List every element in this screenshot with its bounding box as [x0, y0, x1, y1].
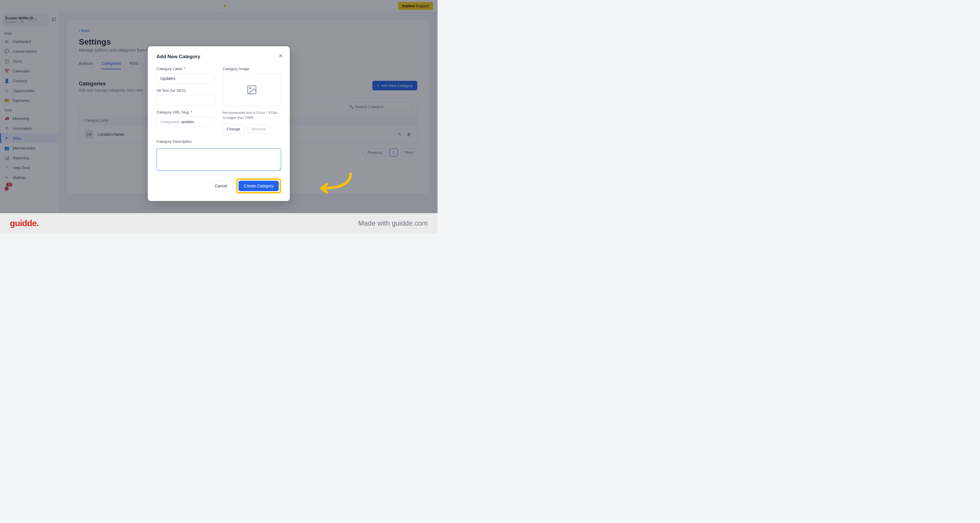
alt-text-input[interactable]	[156, 95, 215, 105]
image-note: Recommended size is 512px * 512px no big…	[223, 110, 281, 120]
highlight-annotation: Create Category	[236, 178, 281, 193]
svg-point-3	[250, 87, 251, 89]
label-field-label: Category Label *	[156, 67, 215, 71]
image-dropzone[interactable]	[223, 73, 281, 106]
change-image-button[interactable]: Change	[223, 125, 245, 133]
cancel-button[interactable]: Cancel	[209, 181, 233, 191]
category-label-input[interactable]	[156, 73, 215, 84]
footer-bar: guidde. Made with guidde.com	[0, 213, 438, 233]
remove-image-button[interactable]: Remove	[247, 125, 270, 133]
slug-prefix: /categories/	[160, 120, 180, 124]
guidde-logo: guidde.	[10, 218, 39, 228]
slug-value: updates	[181, 120, 194, 124]
image-field-label: Category Image	[223, 67, 281, 71]
slug-field-label: Category URL Slug *	[156, 110, 215, 114]
slug-input[interactable]: /categories/ updates	[156, 117, 215, 127]
close-icon[interactable]: ✕	[278, 53, 283, 59]
alt-field-label: Alt Text (for SEO)	[156, 88, 215, 93]
add-category-modal: Add New Category ✕ Category Label * Alt …	[148, 46, 290, 201]
description-textarea[interactable]	[156, 148, 281, 171]
create-category-button[interactable]: Create Category	[239, 181, 279, 191]
image-placeholder-icon	[246, 84, 257, 95]
made-with-text: Made with guidde.com	[358, 219, 428, 227]
desc-field-label: Category Description	[156, 139, 281, 144]
modal-title: Add New Category	[156, 54, 281, 60]
